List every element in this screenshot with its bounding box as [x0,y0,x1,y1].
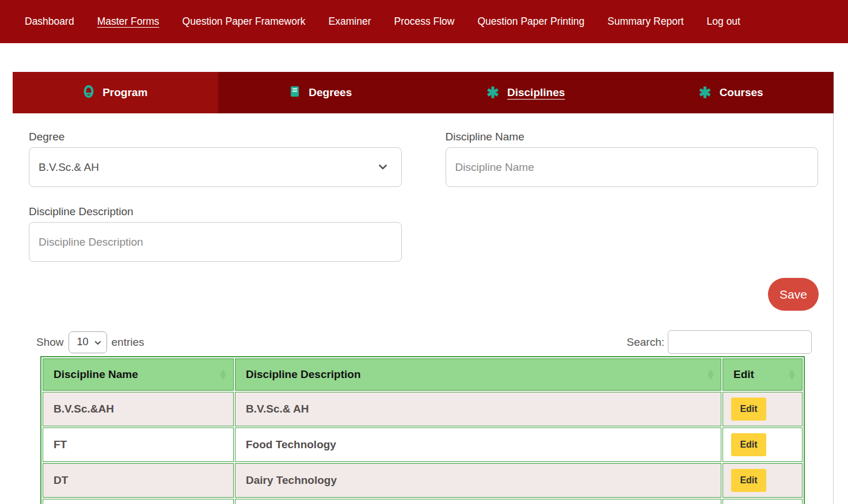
disciplines-asterisk-icon: ✱ [486,85,499,100]
disciplines-table: Discipline Name Discipline Description E… [40,356,805,504]
nav-item-summary-report[interactable]: Summary Report [607,16,683,28]
column-header-discipline-name[interactable]: Discipline Name [43,358,234,391]
page-size-value: 10 [77,336,89,348]
discipline-form: Degree B.V.Sc.& AH Discipline Name Disci… [13,113,833,262]
sort-icon[interactable] [220,369,226,380]
show-entries-control: Show 10 entries [36,331,144,353]
chevron-down-icon [378,161,387,173]
chevron-down-icon [94,336,101,348]
edit-button[interactable]: Edit [731,433,766,456]
table-row: DT Dairy Technology Edit [43,463,803,498]
nav-item-question-paper-printing[interactable]: Question Paper Printing [478,16,585,28]
degree-field-group: Degree B.V.Sc.& AH [29,131,402,187]
main-container: Program Degrees ✱ Disciplines ✱ Courses [13,72,834,504]
nav-item-examiner[interactable]: Examiner [329,16,371,28]
show-label: Show [36,336,64,349]
search-label: Search: [627,336,664,349]
content-area: Degree B.V.Sc.& AH Discipline Name Disci… [13,113,834,504]
tab-courses[interactable]: ✱ Courses [629,72,834,113]
save-row: Save [13,262,833,311]
table-controls: Show 10 entries Search: [13,330,833,354]
tab-disciplines[interactable]: ✱ Disciplines [423,72,629,113]
cell-discipline-name: B.V.Sc.&AH [43,392,234,426]
nav-item-process-flow[interactable]: Process Flow [394,16,454,28]
table-row: B.V.Sc.&AH B.V.Sc.& AH Edit [43,392,803,426]
tab-disciplines-label: Disciplines [507,86,565,99]
cell-edit: Edit [722,463,803,498]
sort-icon[interactable] [708,369,714,380]
cell-discipline-description: Food Technology [235,427,721,462]
nav-item-dashboard[interactable]: Dashboard [25,16,74,28]
discipline-name-label: Discipline Name [446,131,819,143]
degree-select[interactable]: B.V.Sc.& AH [29,147,402,187]
discipline-description-field-group: Discipline Description [29,205,402,262]
tab-program[interactable]: Program [13,72,218,113]
column-header-edit[interactable]: Edit [722,358,803,391]
page-size-select[interactable]: 10 [69,331,107,353]
cell-edit: Edit [722,392,803,426]
cell-discipline-description: Dairy Technology [235,463,721,498]
top-navbar: Dashboard Master Forms Question Paper Fr… [0,0,848,43]
save-button[interactable]: Save [768,278,819,311]
sort-icon[interactable] [789,369,795,380]
cell-discipline-name: FT [43,427,234,462]
cell-edit: Edit [722,427,803,462]
discipline-description-label: Discipline Description [29,205,402,218]
discipline-name-field-group: Discipline Name [446,131,819,187]
cell-discipline-name: DT [43,463,234,498]
nav-item-question-paper-framework[interactable]: Question Paper Framework [182,16,306,28]
program-icon [83,85,94,101]
book-icon [289,85,301,101]
entries-label: entries [112,336,144,349]
edit-button[interactable]: Edit [731,398,766,421]
column-header-discipline-description[interactable]: Discipline Description [235,358,721,391]
table-header-row: Discipline Name Discipline Description E… [43,358,803,391]
discipline-name-input[interactable] [446,147,819,187]
cell-discipline-description: B.V.Sc.& AH [235,392,721,426]
partial-row [43,499,803,504]
table-body: B.V.Sc.&AH B.V.Sc.& AH Edit FT Food Tech… [43,392,803,504]
discipline-description-input[interactable] [29,222,402,262]
tab-degrees-label: Degrees [309,86,352,99]
courses-asterisk-icon: ✱ [699,85,712,100]
tab-bar: Program Degrees ✱ Disciplines ✱ Courses [13,72,834,113]
degree-label: Degree [29,131,402,143]
search-control: Search: [627,330,812,354]
tab-program-label: Program [102,86,147,99]
tab-degrees[interactable]: Degrees [218,72,424,113]
tab-courses-label: Courses [720,86,763,99]
table-row: FT Food Technology Edit [43,427,803,462]
edit-button[interactable]: Edit [731,469,766,492]
degree-select-value: B.V.Sc.& AH [39,161,99,174]
search-input[interactable] [668,330,812,354]
nav-item-master-forms[interactable]: Master Forms [97,16,159,28]
nav-item-log-out[interactable]: Log out [707,16,740,28]
